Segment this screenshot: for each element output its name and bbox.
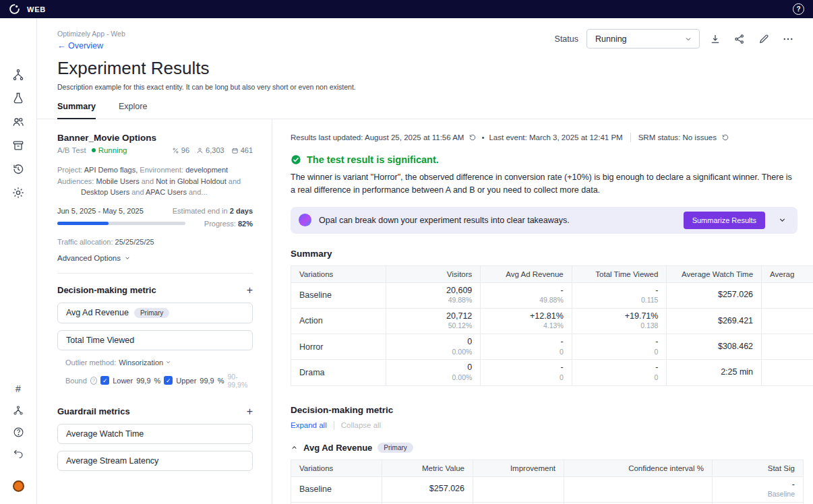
guardrail-metrics-header: Guardrail metrics	[57, 406, 130, 416]
table-row-baseline: Baseline 20,60949.88% -49.88% -0.115 $25…	[291, 282, 813, 308]
metric-card-total-time-viewed[interactable]: Total Time Viewed	[57, 330, 253, 350]
person-icon	[196, 147, 204, 154]
summary-table-header: Variations Visitors Avg Ad Revenue Total…	[291, 265, 813, 282]
brand-label: WEB	[27, 5, 46, 13]
sidebar-item-undo[interactable]	[13, 448, 24, 460]
back-overview-link[interactable]: ← Overview	[57, 41, 103, 51]
info-icon[interactable]: ?	[90, 377, 97, 385]
download-button[interactable]	[706, 30, 724, 48]
chevron-down-icon	[165, 359, 171, 365]
outlier-settings: Outlier method: Winsorization Bound ? ✓ …	[57, 358, 253, 389]
add-guardrail-metric-button[interactable]: +	[247, 406, 253, 417]
status-label: Status	[555, 34, 578, 44]
outlier-method-dropdown[interactable]: Winsorization	[119, 358, 171, 367]
flask-icon	[11, 92, 25, 105]
help-circle-icon	[13, 427, 24, 438]
history-icon	[11, 162, 25, 176]
opal-text: Opal can break down your experiment resu…	[319, 216, 570, 225]
expand-all-link[interactable]: Expand all	[291, 421, 327, 429]
page-title: Experiment Results	[57, 58, 794, 79]
experiment-panel: Banner_Movie Options A/B Test Running 96…	[37, 119, 272, 504]
sidebar-item-flags[interactable]	[11, 68, 25, 82]
advanced-options-toggle[interactable]: Advanced Options	[57, 254, 253, 262]
sidebar-item-projects[interactable]	[11, 139, 25, 152]
srm-refresh-icon[interactable]	[721, 133, 729, 141]
decision-metric-table: Variations Metric Value Improvement Conf…	[291, 460, 804, 504]
summary-section-title: Summary	[291, 249, 813, 259]
tab-explore[interactable]: Explore	[119, 102, 147, 119]
page-description: Description example for this exact entit…	[57, 83, 794, 91]
optimizely-logo-icon[interactable]	[9, 3, 20, 15]
results-updated-text: Results last updated: August 25, 2025 at…	[291, 133, 464, 141]
undo-icon	[13, 448, 24, 460]
metric-section-toggle[interactable]: Avg Ad Revenue Primary	[291, 443, 813, 453]
panel-divider	[57, 273, 253, 274]
significance-title: The test result is significant.	[307, 154, 439, 165]
sidebar-item-integrations[interactable]	[12, 404, 24, 416]
share-button[interactable]	[731, 30, 748, 48]
sidebar-item-history[interactable]	[11, 162, 25, 176]
sidebar-item-settings[interactable]	[11, 186, 25, 199]
summary-table: Variations Visitors Avg Ad Revenue Total…	[291, 265, 813, 386]
results-panel: Results last updated: August 25, 2025 at…	[272, 119, 813, 504]
opal-logo-icon	[299, 214, 311, 226]
refresh-icon[interactable]	[469, 133, 477, 141]
tab-summary[interactable]: Summary	[57, 102, 96, 119]
primary-badge: Primary	[378, 443, 413, 453]
bound-range-hint: 90-99,9%	[228, 373, 253, 389]
lower-bound-value[interactable]: 99,9	[136, 377, 150, 385]
significance-body: The winner is variant "Horror", the obse…	[291, 171, 797, 197]
more-button[interactable]	[779, 30, 797, 48]
gear-icon	[11, 186, 25, 199]
metric-section-name: Avg Ad Revenue	[303, 443, 372, 453]
sidebar-item-hash[interactable]: #	[16, 383, 21, 394]
edit-button[interactable]	[755, 30, 773, 48]
srm-status-text: SRM status: No issues	[638, 133, 717, 141]
opal-banner: Opal can break down your experiment resu…	[291, 207, 797, 234]
sidebar-item-help[interactable]	[13, 427, 24, 438]
sidebar-item-audiences[interactable]	[11, 115, 25, 129]
lower-bound-checkbox[interactable]: ✓	[100, 376, 109, 385]
divider	[630, 133, 631, 142]
table-row-drama: Drama 00.00% -0 -0 2:25 min	[291, 360, 813, 385]
date-range: Jun 5, 2025 - May 5, 2025	[57, 207, 144, 215]
chevron-down-icon[interactable]	[773, 216, 792, 224]
user-avatar[interactable]	[13, 480, 24, 492]
metric-card-average-watch-time[interactable]: Average Watch Time	[57, 424, 253, 444]
traffic-allocation: Traffic allocation: 25/25/25/25	[57, 238, 253, 246]
add-decision-metric-button[interactable]: +	[247, 285, 253, 296]
metric-card-avg-ad-revenue[interactable]: Avg Ad Revenue Primary	[57, 303, 253, 323]
sidebar-item-experiments[interactable]	[11, 92, 25, 105]
flags-branch-icon	[11, 68, 25, 82]
decision-metric-header: Decision-making metric	[57, 285, 156, 295]
running-status-dot	[92, 148, 96, 152]
upper-bound-value[interactable]: 99,9	[200, 377, 214, 385]
progress-bar	[57, 222, 185, 225]
download-icon	[709, 33, 721, 45]
users-icon	[11, 115, 25, 129]
collapse-all-link[interactable]: Collapse all	[341, 421, 381, 429]
metric-card-average-stream-latency[interactable]: Average Stream Latency	[57, 451, 253, 471]
top-bar: WEB ?	[0, 0, 813, 18]
last-event-text: Last event: March 3, 2025 at 12:41 PM	[489, 133, 622, 141]
project-line: Project: API Demo flags, Environment: de…	[57, 164, 253, 176]
check-circle-icon	[291, 154, 301, 165]
estimated-end: Estimated end in 2 days	[173, 207, 253, 215]
table-row-horror: Horror 00.00% -0 -0 $308.462	[291, 334, 813, 360]
summarize-results-button[interactable]: Summarize Results	[684, 212, 765, 229]
chevron-up-icon	[291, 444, 298, 451]
help-icon[interactable]: ?	[793, 3, 804, 15]
table-row-baseline: Baseline $257.026 -Baseline	[291, 476, 804, 502]
divider	[334, 421, 334, 430]
upper-bound-checkbox[interactable]: ✓	[164, 376, 173, 385]
bound-label: Bound	[65, 377, 87, 385]
status-controls: Status Running	[555, 29, 797, 49]
experiment-state: Running	[98, 146, 127, 154]
status-dropdown[interactable]: Running	[586, 29, 700, 49]
experiment-type: A/B Test	[57, 146, 86, 154]
sidebar: #	[0, 18, 37, 504]
pencil-icon	[758, 33, 770, 44]
ellipsis-icon	[782, 33, 794, 45]
calendar-icon	[231, 147, 239, 154]
chevron-down-icon	[684, 35, 692, 43]
